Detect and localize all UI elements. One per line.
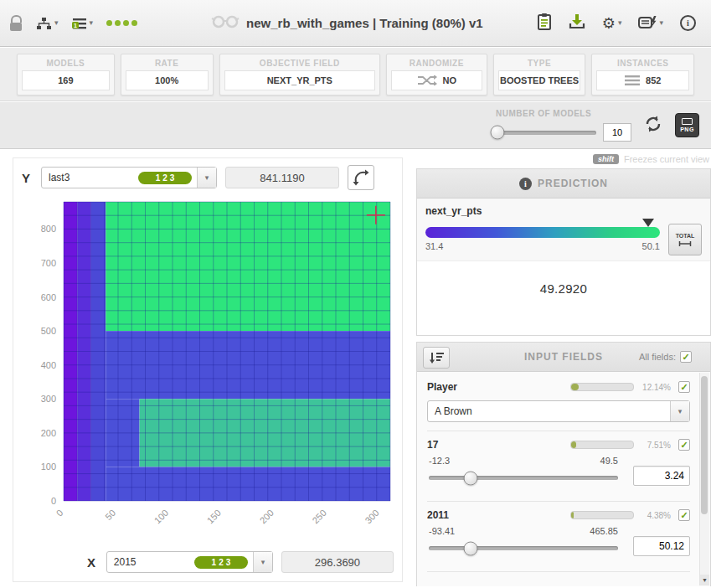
field-checkbox[interactable]: ✓ xyxy=(678,439,690,451)
y-value-display: 841.1190 xyxy=(225,167,339,188)
svg-text:100: 100 xyxy=(41,462,56,472)
dataset-menu[interactable]: 1 ▾ xyxy=(72,17,94,30)
heatmap-chart[interactable]: 0100200300400500600700800050100150200250… xyxy=(15,195,397,543)
x-field-name: 2015 xyxy=(107,556,194,568)
field-value-input[interactable] xyxy=(633,466,690,486)
svg-text:150: 150 xyxy=(205,508,223,525)
scroll-down-icon[interactable]: ▼ xyxy=(700,575,709,585)
svg-text:700: 700 xyxy=(41,258,56,268)
field-checkbox[interactable]: ✓ xyxy=(678,381,690,393)
svg-text:500: 500 xyxy=(41,326,56,336)
prediction-gradient: 31.4 50.1 xyxy=(425,219,660,251)
slider-handle[interactable] xyxy=(463,541,477,555)
scrollbar[interactable]: ▼ xyxy=(699,373,709,585)
field-slider[interactable] xyxy=(429,546,618,550)
prediction-header: i PREDICTION xyxy=(417,169,710,199)
stat-type: TYPE BOOSTED TREES xyxy=(493,54,586,95)
importance-label: 12.14% xyxy=(639,383,671,392)
slider-handle[interactable] xyxy=(491,126,505,140)
field-row-player: Player 12.14% ✓ A Brown ▾ xyxy=(427,374,690,431)
range-icon xyxy=(678,240,692,247)
right-column: shift Freezes current view i PREDICTION … xyxy=(416,152,711,586)
stat-value: 169 xyxy=(58,75,73,85)
stat-label: OBJECTIVE FIELD xyxy=(220,54,380,70)
importance-bar xyxy=(570,511,634,519)
field-name: 17 xyxy=(427,439,570,451)
svg-text:300: 300 xyxy=(363,508,380,525)
prediction-max: 50.1 xyxy=(642,241,660,251)
total-button[interactable]: TOTAL xyxy=(668,224,702,255)
stat-value: 852 xyxy=(646,75,661,85)
field-name: Player xyxy=(427,381,570,393)
chevron-down-icon: ▾ xyxy=(618,19,622,27)
clipboard-icon[interactable] xyxy=(537,13,552,34)
x-axis-letter: X xyxy=(87,555,98,570)
stat-label: INSTANCES xyxy=(592,54,693,70)
page-title: new_rb_with_games | Training (80%) v1 xyxy=(246,16,483,30)
y-field-name: last3 xyxy=(42,172,138,183)
gear-menu[interactable]: ⚙ ▾ xyxy=(602,16,622,31)
svg-text:800: 800 xyxy=(41,224,56,234)
slider-handle[interactable] xyxy=(463,471,477,485)
svg-text:0: 0 xyxy=(51,496,56,506)
x-field-select[interactable]: 2015 123 ▾ xyxy=(106,551,273,573)
field-min: -12.3 xyxy=(429,456,450,466)
svg-text:200: 200 xyxy=(41,428,56,438)
gear-icon: ⚙ xyxy=(602,16,616,31)
info-icon[interactable]: i xyxy=(519,178,532,190)
download-icon[interactable] xyxy=(569,13,585,33)
importance-label: 7.51% xyxy=(639,441,671,450)
topbar: ▾ 1 ▾ xyxy=(0,0,711,47)
y-axis-row: Y last3 123 ▾ 841.1190 xyxy=(13,158,402,195)
input-fields-title: INPUT FIELDS xyxy=(524,351,603,363)
stat-label: MODELS xyxy=(18,54,114,70)
y-field-select[interactable]: last3 123 ▾ xyxy=(41,167,217,188)
refresh-icon[interactable] xyxy=(644,115,662,137)
input-fields-header: INPUT FIELDS All fields: ✓ xyxy=(417,343,710,372)
all-fields-label: All fields: xyxy=(639,352,676,362)
stat-value: NO xyxy=(443,75,457,85)
stat-label: RATE xyxy=(121,54,213,70)
field-slider[interactable] xyxy=(429,476,618,480)
stat-objective-field: OBJECTIVE FIELD NEXT_YR_PTS xyxy=(219,54,381,95)
sort-fields-button[interactable] xyxy=(423,347,450,369)
scrollbar-thumb[interactable] xyxy=(701,376,708,514)
numeric-type-badge: 123 xyxy=(194,556,248,569)
chevron-down-icon: ▾ xyxy=(90,19,94,27)
summary-stats-row: MODELS 169 RATE 100% OBJECTIVE FIELD NEX… xyxy=(0,48,711,101)
image-icon xyxy=(682,118,693,125)
importance-bar xyxy=(570,383,634,391)
input-fields-panel: INPUT FIELDS All fields: ✓ Player 12.14%… xyxy=(416,342,711,586)
swap-axes-button[interactable] xyxy=(348,165,374,190)
shift-key-badge: shift xyxy=(593,154,619,164)
stat-models: MODELS 169 xyxy=(17,54,115,95)
lock-icon[interactable] xyxy=(10,15,22,31)
info-icon[interactable]: i xyxy=(680,15,696,31)
number-of-models-slider[interactable] xyxy=(496,131,596,135)
prediction-value: 49.2920 xyxy=(540,281,587,296)
stat-randomize: RANDOMIZE NO xyxy=(386,54,487,95)
player-select[interactable]: A Brown ▾ xyxy=(427,400,690,422)
export-png-button[interactable]: PNG xyxy=(675,113,699,137)
shuffle-icon xyxy=(417,75,437,85)
field-checkbox[interactable]: ✓ xyxy=(678,509,690,521)
batch-prediction-icon xyxy=(638,15,657,31)
batch-prediction-menu[interactable]: ▾ xyxy=(638,15,663,31)
field-row-17: 17 7.51% ✓ -12.3 49.5 xyxy=(427,431,690,502)
numeric-type-badge: 123 xyxy=(138,172,192,184)
stat-value: BOOSTED TREES xyxy=(500,75,579,85)
model-tree-menu[interactable]: ▾ xyxy=(35,17,59,30)
all-fields-checkbox[interactable]: ✓ xyxy=(680,351,692,363)
input-fields-list: Player 12.14% ✓ A Brown ▾ 17 7 xyxy=(417,372,710,586)
resource-type-icon xyxy=(211,14,240,33)
stat-value: NEXT_YR_PTS xyxy=(267,75,332,85)
prediction-marker xyxy=(642,219,654,227)
rows-icon xyxy=(625,75,640,85)
field-value-input[interactable] xyxy=(633,536,690,556)
shift-hint: shift Freezes current view xyxy=(416,152,711,165)
importance-bar xyxy=(570,441,634,449)
stat-value: 100% xyxy=(155,75,178,85)
number-of-models-label: NUMBER OF MODELS xyxy=(496,109,631,118)
number-of-models-input[interactable] xyxy=(603,123,631,142)
prediction-value-area: 49.2920 xyxy=(417,260,710,335)
